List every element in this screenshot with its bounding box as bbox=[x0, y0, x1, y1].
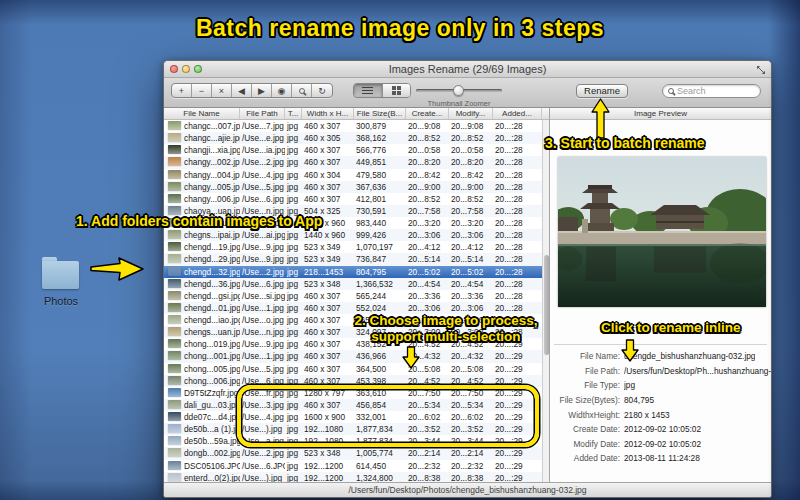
cell-type: jpg bbox=[285, 339, 302, 349]
cell-file-size: 614,450 bbox=[354, 461, 406, 471]
search-input[interactable] bbox=[677, 86, 747, 96]
file-thumbnail bbox=[168, 448, 181, 457]
cell-file-size: 1,070,197 bbox=[354, 242, 406, 252]
arrow-right-icon bbox=[90, 256, 145, 282]
fullscreen-icon[interactable] bbox=[756, 65, 766, 75]
annotation-step2-line1: 2. Choose image to process, bbox=[330, 313, 562, 329]
table-row[interactable]: chengd...36.jpg/Use...6.jpgjpg523 x 3481… bbox=[164, 278, 542, 290]
info-value[interactable]: 2012-09-02 10:05:02 bbox=[624, 439, 701, 449]
info-label: Create Date: bbox=[550, 424, 620, 434]
table-row[interactable]: DSC05106.JPG/Use...6.JPGjpg192...1200614… bbox=[164, 460, 542, 472]
column-header-5[interactable]: File Size(B... bbox=[354, 108, 406, 119]
cell-create-date: 20...5:14 bbox=[406, 254, 449, 264]
cell-modify-date: 20...8:42 bbox=[449, 170, 493, 180]
cell-create-date: 20...8:20 bbox=[406, 157, 449, 167]
table-row[interactable]: changji...xia.jpg/Use...ia.jpgjpg460 x 3… bbox=[164, 144, 542, 156]
info-value[interactable]: /Users/fun/Desktop/Ph...hushanzhuang-032… bbox=[624, 366, 771, 376]
table-row[interactable]: dongb...002.jpg/Use...2.jpgjpg523 x 3481… bbox=[164, 447, 542, 459]
next-button[interactable]: ▶ bbox=[252, 84, 272, 97]
search-button[interactable] bbox=[292, 84, 312, 97]
cell-added-date: 20...:28 bbox=[493, 242, 542, 252]
cell-file-path: /Use...).jpg bbox=[240, 473, 285, 482]
column-header-2[interactable]: File Path bbox=[240, 108, 285, 119]
column-header-4[interactable]: Width x H... bbox=[302, 108, 354, 119]
cell-modify-date: 20...2:14 bbox=[449, 448, 493, 458]
cell-type: jpg bbox=[285, 182, 302, 192]
cell-file-name: chengs...uan.jpg bbox=[164, 327, 240, 337]
preview-button[interactable]: ◉ bbox=[272, 84, 292, 97]
info-value[interactable]: chengde_bishushanzhuang-032.jpg bbox=[624, 351, 755, 361]
slider-knob[interactable] bbox=[453, 85, 464, 96]
info-value[interactable]: 804,795 bbox=[624, 395, 654, 405]
table-row[interactable]: chong...005.jpg/Use...5.jpgjpg460 x 3073… bbox=[164, 363, 542, 375]
refresh-button[interactable]: ↻ bbox=[312, 84, 332, 97]
file-thumbnail bbox=[168, 364, 181, 373]
cell-dimensions: 460 x 307 bbox=[302, 145, 354, 155]
info-value[interactable]: 2180 x 1453 bbox=[624, 410, 670, 420]
file-info-row: File Name:chengde_bishushanzhuang-032.jp… bbox=[550, 349, 771, 364]
toolbar-button-group: +−×◀▶◉↻ bbox=[171, 83, 333, 98]
cell-file-name: changc...ajie.jpg bbox=[164, 133, 240, 143]
cell-file-size: 436,966 bbox=[354, 351, 406, 361]
file-thumbnail bbox=[168, 473, 181, 482]
window-titlebar[interactable]: Images Rename (29/69 Images) bbox=[164, 61, 771, 78]
table-row[interactable]: changc...ajie.jpg/Use...e.jpgjpg460 x 30… bbox=[164, 132, 542, 144]
cell-file-name: changji...xia.jpg bbox=[164, 145, 240, 155]
cell-file-size: 983,440 bbox=[354, 218, 406, 228]
preview-photo bbox=[558, 157, 766, 307]
file-thumbnail bbox=[168, 400, 181, 409]
table-row[interactable]: changy...005.jpg/Use...5.jpgjpg460 x 307… bbox=[164, 181, 542, 193]
table-row[interactable]: enterd...0(2).jpg/Use...).jpgjpg192...12… bbox=[164, 472, 542, 482]
cell-dimensions: 218...1453 bbox=[302, 267, 354, 277]
table-row[interactable]: chengd...32.jpg/Use...2.jpgjpg218...1453… bbox=[164, 266, 542, 278]
cell-file-name: chengd...32.jpg bbox=[164, 267, 240, 277]
window-title: Images Rename (29/69 Images) bbox=[164, 63, 771, 75]
table-row[interactable]: chengd...gsi.jpg/Use...si.jpgjpg460 x 30… bbox=[164, 290, 542, 302]
cell-file-size: 449,851 bbox=[354, 157, 406, 167]
column-header-1[interactable]: File Name bbox=[164, 108, 240, 119]
column-header-7[interactable]: Modify... bbox=[449, 108, 493, 119]
cell-file-path: /Use...1.jpg bbox=[240, 303, 285, 313]
info-value[interactable]: 2012-09-02 10:05:02 bbox=[624, 424, 701, 434]
cell-file-name: changy...005.jpg bbox=[164, 182, 240, 192]
remove-button[interactable]: − bbox=[192, 84, 212, 97]
table-column-header[interactable]: File NameFile PathT...Width x H...File S… bbox=[164, 108, 549, 120]
table-row[interactable]: chengd...29.jpg/Use...9.jpgjpg523 x 3497… bbox=[164, 253, 542, 265]
cell-added-date: 20...:29 bbox=[493, 473, 542, 482]
search-field[interactable] bbox=[662, 84, 761, 98]
grid-view-button[interactable] bbox=[382, 84, 411, 97]
column-header-6[interactable]: Create... bbox=[406, 108, 449, 119]
toolbar: +−×◀▶◉↻ Thumbnail Zoomer Rename bbox=[164, 78, 771, 108]
table-row[interactable]: changc...007.jpg/Use...7.jpgjpg460 x 307… bbox=[164, 120, 542, 132]
photos-folder-icon[interactable] bbox=[42, 255, 80, 293]
add-button[interactable]: + bbox=[172, 84, 192, 97]
vertical-scrollbar[interactable] bbox=[542, 120, 549, 482]
info-value[interactable]: jpg bbox=[624, 380, 635, 390]
cell-dimensions: 460 x 307 bbox=[302, 194, 354, 204]
previous-button[interactable]: ◀ bbox=[232, 84, 252, 97]
table-row[interactable]: chengd...19.jpg/Use...9.jpgjpg523 x 3491… bbox=[164, 241, 542, 253]
cell-file-name: changc...007.jpg bbox=[164, 121, 240, 131]
table-row[interactable]: changy...004.jpg/Use...4.jpgjpg460 x 304… bbox=[164, 169, 542, 181]
cell-file-path: /Use...4.jpg bbox=[240, 170, 285, 180]
cell-file-name: chengd...iao.jpg bbox=[164, 315, 240, 325]
table-row[interactable]: changy...002.jpg/Use...2.jpgjpg460 x 307… bbox=[164, 156, 542, 168]
rename-button[interactable]: Rename bbox=[576, 84, 628, 98]
cell-modify-date: 20...9:08 bbox=[449, 121, 493, 131]
cell-added-date: 20...:28 bbox=[493, 254, 542, 264]
info-value[interactable]: 2013-08-11 11:24:28 bbox=[624, 453, 700, 463]
table-row[interactable]: chegns...ipai.jpg/Use...ai.jpgjpg1440 x … bbox=[164, 229, 542, 241]
column-header-8[interactable]: Added... bbox=[493, 108, 542, 119]
cell-file-path: /Use...6.jpg bbox=[240, 279, 285, 289]
table-row[interactable]: changy...006.jpg/Use...6.jpgjpg460 x 307… bbox=[164, 193, 542, 205]
delete-button[interactable]: × bbox=[212, 84, 232, 97]
cell-type: jpg bbox=[285, 242, 302, 252]
cell-dimensions: 460 x 305 bbox=[302, 133, 354, 143]
thumbnail-zoomer-slider[interactable] bbox=[416, 83, 502, 98]
list-view-button[interactable] bbox=[354, 84, 382, 97]
cell-file-path: /Use...si.jpg bbox=[240, 291, 285, 301]
cell-modify-date: 20...3:36 bbox=[449, 291, 493, 301]
table-row[interactable]: chong...001.jpg/Use...1.jpgjpg460 x 3074… bbox=[164, 350, 542, 362]
column-header-3[interactable]: T... bbox=[285, 108, 302, 119]
cell-type: jpg bbox=[285, 303, 302, 313]
